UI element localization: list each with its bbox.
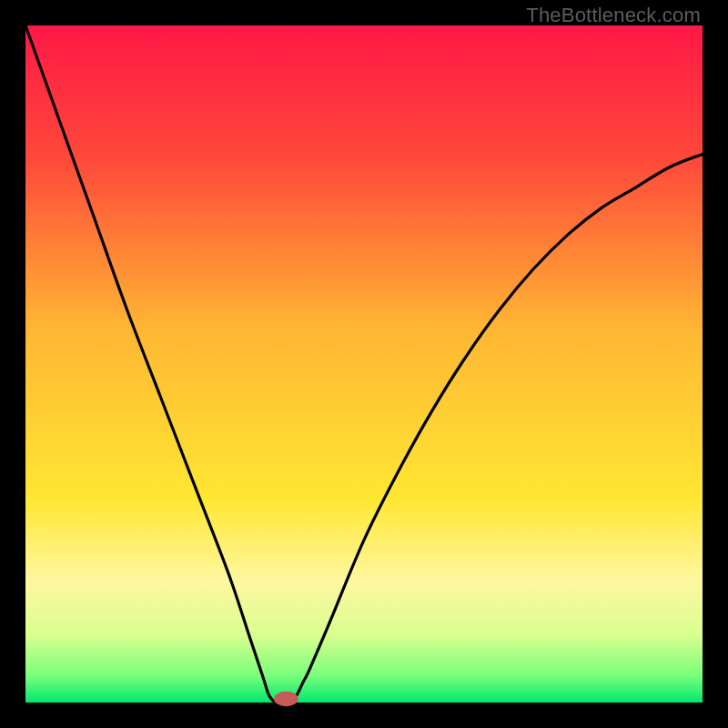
chart-frame: TheBottleneck.com bbox=[0, 0, 728, 728]
plot-area bbox=[25, 25, 703, 703]
curve-svg bbox=[25, 25, 703, 703]
bottleneck-curve bbox=[25, 25, 703, 703]
watermark-text: TheBottleneck.com bbox=[526, 4, 701, 27]
optimum-marker bbox=[274, 692, 298, 706]
